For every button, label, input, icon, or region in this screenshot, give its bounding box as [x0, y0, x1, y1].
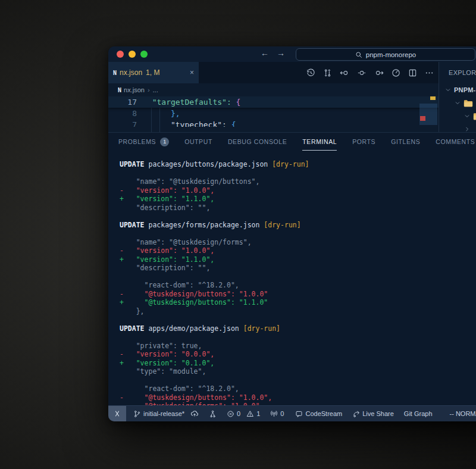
explorer-item-collapsed[interactable]: [439, 123, 476, 132]
problems-item[interactable]: 0 1: [227, 410, 260, 418]
terminal-line: "type": "module",: [120, 367, 476, 376]
vim-mode-label: -- NORMAL --: [450, 410, 476, 417]
line-number: 17: [108, 96, 137, 108]
terminal-line: - "@tuskdesign/buttons": "1.0.0": [120, 290, 476, 299]
minimap-viewport[interactable]: [419, 104, 437, 125]
panel-tab-comments[interactable]: COMMENTS: [436, 133, 475, 151]
terminal-line: - "@tuskdesign/buttons": "1.0.0",: [120, 393, 476, 402]
publish-cloud-icon[interactable]: [190, 409, 199, 418]
minimize-window-button[interactable]: [129, 51, 136, 58]
codestream-icon: [295, 410, 303, 418]
breadcrumb[interactable]: N nx.json › ...: [108, 83, 439, 96]
change-icon[interactable]: [357, 68, 367, 77]
next-change-icon[interactable]: [374, 68, 384, 77]
minimap[interactable]: [419, 96, 437, 132]
panel-tab-ports[interactable]: PORTS: [352, 133, 375, 151]
breadcrumb-ellipsis[interactable]: ...: [153, 86, 158, 93]
nav-back-icon[interactable]: ←: [261, 48, 269, 58]
minimap-deleted-mark: [420, 116, 425, 121]
line-number: 7: [108, 119, 137, 127]
terminal-line: + "version": "1.1.0",: [120, 195, 476, 204]
terminal-output[interactable]: UPDATE packages/buttons/package.json [dr…: [108, 151, 476, 405]
problems-badge: 1: [160, 137, 169, 146]
terminal-line: [120, 333, 476, 342]
breadcrumb-file[interactable]: nx.json: [124, 86, 145, 93]
code-text: "typecheck": {: [143, 119, 236, 127]
codestream-item[interactable]: CodeStream: [295, 410, 342, 418]
terminal-line: "private": true,: [120, 342, 476, 351]
command-center-search[interactable]: pnpm-monorepo: [296, 48, 475, 61]
indent-guide: [159, 108, 160, 132]
editor-region: N nx.json 1, M ×: [108, 62, 476, 132]
editor-group: N nx.json 1, M ×: [108, 62, 439, 132]
window-controls: [117, 51, 148, 58]
tab-close-icon[interactable]: ×: [190, 68, 194, 77]
explorer-root-item[interactable]: PNPM-MONOREPO: [439, 83, 476, 96]
git-branch-icon: [133, 410, 141, 418]
source-control-changes-icon[interactable]: [323, 68, 332, 77]
warning-count: 1: [256, 410, 260, 417]
terminal-line: },: [120, 307, 476, 316]
panel-tab-terminal[interactable]: TERMINAL: [302, 133, 337, 151]
terminal-line: "react-dom": "^18.2.0",: [120, 384, 476, 393]
terminal-line: + "version": "1.1.0",: [120, 255, 476, 264]
ports-item[interactable]: 0: [270, 410, 284, 418]
live-share-item[interactable]: Live Share: [352, 410, 394, 418]
terminal-line: [120, 229, 476, 238]
panel-tab-label: TERMINAL: [302, 138, 337, 145]
terminal-line: - "version": "1.0.0",: [120, 246, 476, 255]
git-branch-item[interactable]: initial-release*: [133, 409, 199, 418]
discard-history-icon[interactable]: [306, 68, 315, 77]
terminal-line: UPDATE packages/forms/package.json [dry-…: [120, 221, 476, 230]
breadcrumb-separator: ›: [148, 86, 150, 93]
broadcast-icon: [270, 410, 278, 418]
panel-tab-label: OUTPUT: [184, 138, 212, 145]
panel-tab-gitlens[interactable]: GITLENS: [391, 133, 420, 151]
editor-actions: [306, 62, 434, 83]
panel-tab-problems[interactable]: PROBLEMS1: [118, 133, 169, 151]
more-actions-icon[interactable]: [425, 68, 434, 77]
panel-tab-output[interactable]: OUTPUT: [184, 133, 212, 151]
tab-nx-json[interactable]: N nx.json 1, M ×: [108, 62, 199, 83]
panel-tab-label: DEBUG CONSOLE: [228, 138, 287, 145]
panel-tab-label: PORTS: [352, 138, 375, 145]
bottom-panel: PROBLEMS1OUTPUTDEBUG CONSOLETERMINALPORT…: [108, 132, 476, 405]
close-window-button[interactable]: [117, 51, 124, 58]
terminal-line: UPDATE apps/demo/package.json [dry-run]: [120, 324, 476, 333]
nav-forward-icon[interactable]: →: [277, 48, 285, 58]
remote-icon: [113, 409, 121, 418]
code-text: },: [143, 108, 180, 119]
nx-file-icon: N: [118, 87, 121, 93]
terminal-line: UPDATE packages/buttons/package.json [dr…: [120, 160, 476, 169]
terminal-line: "name": "@tuskdesign/buttons",: [120, 177, 476, 186]
previous-change-icon[interactable]: [340, 68, 349, 77]
code-editor[interactable]: 17 "targetDefaults": {8 },7 "typecheck":…: [108, 96, 439, 132]
panel-tab-label: PROBLEMS: [118, 138, 156, 145]
commit-graph-icon: [209, 410, 217, 418]
tab-badge: 1, M: [146, 68, 159, 77]
chevron-down-icon: [445, 87, 451, 93]
folder-icon: [464, 99, 473, 107]
panel-tab-debug-console[interactable]: DEBUG CONSOLE: [228, 133, 287, 151]
search-value: pnpm-monorepo: [366, 51, 416, 58]
panel-tab-label: COMMENTS: [436, 138, 475, 145]
remote-indicator[interactable]: [108, 406, 126, 421]
terminal-line: [120, 315, 476, 324]
explorer-sidebar: EXPLORER PNPM-MONOREPO packagesbuttons: [439, 62, 476, 132]
git-graph-item[interactable]: Git Graph: [404, 410, 433, 417]
timeline-icon[interactable]: [392, 68, 400, 77]
terminal-line: [120, 376, 476, 385]
terminal-line: [120, 169, 476, 178]
zoom-window-button[interactable]: [140, 51, 148, 58]
editor-line[interactable]: 17 "targetDefaults": {: [108, 96, 439, 108]
editor-line[interactable]: 8 },: [108, 108, 439, 119]
warnings-icon: [246, 410, 254, 418]
git-actions-item[interactable]: [209, 410, 217, 418]
terminal-line: + "version": "0.1.0",: [120, 359, 476, 368]
editor-line[interactable]: 7 "typecheck": {: [108, 119, 439, 127]
explorer-folder-buttons[interactable]: buttons: [439, 110, 476, 123]
error-count: 0: [237, 410, 240, 417]
split-editor-icon[interactable]: [408, 68, 417, 77]
explorer-folder-packages[interactable]: packages: [439, 96, 476, 110]
status-bar: initial-release* 0 1 0 CodeStream: [108, 405, 476, 421]
